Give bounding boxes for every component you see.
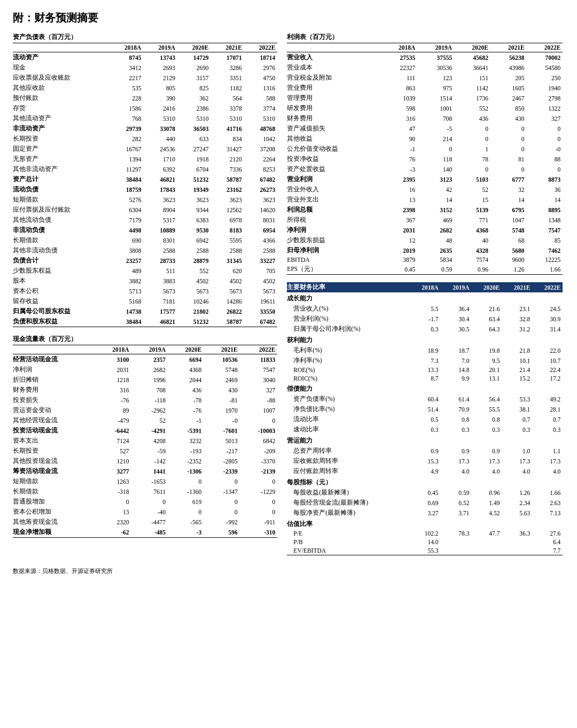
table-row: 其他投资现金流1210-142-2352-2805-3370 bbox=[13, 456, 277, 466]
table-row: 营业税金及附加111123151205250 bbox=[287, 73, 563, 83]
table-row: ROIC(%)8.79.913.115.217.2 bbox=[287, 374, 563, 383]
table-row: 归属于母公司净利润(%)0.330.564.331.231.4 bbox=[287, 324, 563, 334]
table-row: 净负债比率(%)51.470.955.538.128.1 bbox=[287, 404, 563, 414]
table-row: 短期借款52763623362336233623 bbox=[13, 195, 277, 205]
table-row: 营运资金变动89-2962-7619701007 bbox=[13, 405, 277, 415]
table-row: 归属母公司股东权益1473817577218022682233550 bbox=[13, 306, 277, 316]
table-row: 公允价值变动收益-1010-0 bbox=[287, 144, 563, 154]
table-row: 应付账款周转率4.94.04.04.04.0 bbox=[287, 466, 563, 476]
table-row: 应收账款周转率15.317.317.317.317.3 bbox=[287, 456, 563, 466]
table-row: ROE(%)13.314.820.121.422.4 bbox=[287, 366, 563, 374]
table-row: 长期借款6908301694255954366 bbox=[13, 235, 277, 245]
table-row: 筹资活动现金流32771441-1306-2339-2139 bbox=[13, 466, 277, 476]
right-column: 利润表（百万元） 2018A2019A2020E2021E2022E 营业收入2… bbox=[287, 33, 563, 563]
table-row: 每股经营现金流(最新摊薄)0.690.521.492.342.63 bbox=[287, 498, 563, 508]
table-row: 偿债能力 bbox=[287, 383, 563, 394]
table-row: 净利润20312682436857487547 bbox=[13, 365, 277, 375]
table-row: 所得税36746977110471348 bbox=[287, 215, 563, 225]
left-column: 资产负债表（百万元） 2018A2019A2020E2021E2022E 流动资… bbox=[13, 33, 277, 545]
table-row: 利润总额23983152513967958895 bbox=[287, 205, 563, 215]
table-row: 毛利率(%)18.918.719.821.822.0 bbox=[287, 345, 563, 355]
table-row: 流动资产874513743147291707118714 bbox=[13, 52, 277, 63]
table-row: 营业利润23953123510367778873 bbox=[287, 174, 563, 184]
table-row: 短期借款1263-1653000 bbox=[13, 476, 277, 486]
table-row: 资本公积增加13-40000 bbox=[13, 507, 277, 517]
page-title: 附：财务预测摘要 bbox=[13, 11, 564, 25]
table-row: 成长能力 bbox=[287, 292, 563, 304]
table-row: 获利能力 bbox=[287, 334, 563, 345]
table-row: 长期借款-3187611-1360-1347-1229 bbox=[13, 486, 277, 497]
table-row: 其他非流动负债38082588258825882588 bbox=[13, 245, 277, 255]
table-row: 长期投资2824406338341042 bbox=[13, 134, 277, 144]
table-row: 其他非流动资产112976392670473368253 bbox=[13, 164, 277, 174]
table-row: 其他经营现金流-47952-1-00 bbox=[13, 415, 277, 425]
table-row: 营业外支出1314151414 bbox=[287, 195, 563, 205]
table-row: 股本38823883450245024502 bbox=[13, 276, 277, 286]
table-row: 经营活动现金流3100235766941053611833 bbox=[13, 354, 277, 365]
table-row: 固定资产1676724536272473142737208 bbox=[13, 144, 277, 154]
table-row: 少数股东损益1248406885 bbox=[287, 235, 563, 245]
table-row: 净利率(%)7.37.09.510.110.7 bbox=[287, 355, 563, 366]
table-row: P/E102.278.347.736.327.6 bbox=[287, 529, 563, 538]
table-row: 每股收益(最新摊薄)0.450.590.961.261.66 bbox=[287, 487, 563, 498]
table-row: 其他筹资现金流2320-4477-565-992-911 bbox=[13, 517, 277, 527]
table-row: 归母净利润20192635432856807462 bbox=[287, 245, 563, 255]
table-row: 估值比率 bbox=[287, 518, 563, 529]
table-row: 投资活动现金流-6442-4291-5391-7601-10003 bbox=[13, 425, 277, 436]
table-row: EPS（元）0.450.590.961.261.66 bbox=[287, 264, 563, 275]
table-row: 其他流动资产7685310531053105310 bbox=[13, 113, 277, 123]
table-row: 其他流动负债71795317638369788031 bbox=[13, 215, 277, 225]
table-row: 资产减值损失47-5000 bbox=[287, 123, 563, 134]
table-row: 营业收入2753537555456825623870002 bbox=[287, 52, 563, 63]
table-row: 普通股增加0061900 bbox=[13, 497, 277, 507]
table-row: 非流动负债449810889953081836954 bbox=[13, 225, 277, 235]
table-row: 负债和股东权益3848446821512325878767482 bbox=[13, 316, 277, 327]
table-row: 研发费用59810015528501322 bbox=[287, 103, 563, 113]
table-row: 无形资产13941710191821202264 bbox=[13, 154, 277, 164]
income-table: 2018A2019A2020E2021E2022E 营业收入2753537555… bbox=[287, 43, 563, 275]
table-row: 资产总计3848446821512325878767482 bbox=[13, 174, 277, 184]
table-row: 应收票据及应收账款22172129315733514750 bbox=[13, 73, 277, 83]
table-row: 速动比率0.30.30.30.30.3 bbox=[287, 424, 563, 435]
table-row: 资产负债率(%)60.461.456.453.349.2 bbox=[287, 394, 563, 404]
table-row: 现金34122693269032862976 bbox=[13, 63, 277, 73]
table-row: 流动比率0.50.80.80.70.7 bbox=[287, 414, 563, 424]
table-row: 资产处置收益-3140000 bbox=[287, 164, 563, 174]
table-row: 营业费用863975114216051940 bbox=[287, 83, 563, 93]
table-row: 长期投资527-59-193-217-209 bbox=[13, 446, 277, 456]
table-row: 其他收益90214000 bbox=[287, 134, 563, 144]
table-row: EV/EBITDA55.37.7 bbox=[287, 546, 563, 555]
table-row: P/B14.06.4 bbox=[287, 538, 563, 546]
table-row: 财务费用316708436430327 bbox=[13, 385, 277, 395]
table-row: 财务费用316708436430327 bbox=[287, 113, 563, 123]
table-row: 资本支出71244208323250136842 bbox=[13, 436, 277, 446]
table-row: EBITDA387958347574960012225 bbox=[287, 255, 563, 264]
table-row: 投资净收益76118788188 bbox=[287, 154, 563, 164]
cashflow-title: 现金流量表（百万元） bbox=[13, 335, 277, 344]
table-row: 预付账款228390362564588 bbox=[13, 93, 277, 103]
table-row: 少数股东权益489511552620705 bbox=[13, 266, 277, 276]
table-row: 现金净增加额-62-485-3596-310 bbox=[13, 527, 277, 538]
table-row: 留存收益51687181102461428619611 bbox=[13, 296, 277, 306]
table-row: 每股净资产(最新摊薄)3.273.714.525.637.13 bbox=[287, 508, 563, 518]
table-row: 管理费用10391514173624672798 bbox=[287, 93, 563, 103]
table-row: 营业外收入1642523236 bbox=[287, 184, 563, 195]
table-row: 存货15862416238633783774 bbox=[13, 103, 277, 113]
table-row: 营业成本2232730536366414398654580 bbox=[287, 63, 563, 73]
balance-sheet-table: 2018A2019A2020E2021E2022E 流动资产8745137431… bbox=[13, 43, 277, 327]
table-row: 流动负债1875917843193492316226273 bbox=[13, 184, 277, 195]
table-row: 营业利润(%)-1.730.463.432.830.9 bbox=[287, 314, 563, 324]
table-row: 其他应收款53580582511821316 bbox=[13, 83, 277, 93]
table-row: 营业收入(%)5.536.421.623.124.5 bbox=[287, 304, 563, 314]
table-row: 投资损失-76-118-78-81-88 bbox=[13, 395, 277, 405]
table-row: 营运能力 bbox=[287, 435, 563, 446]
table-row: 非流动资产2973933078365034171648768 bbox=[13, 123, 277, 134]
ratios-table: 主要财务比率2018A2019A2020E2021E2022E 成长能力营业收入… bbox=[287, 282, 563, 555]
table-row: 折旧摊销12181996204424693040 bbox=[13, 375, 277, 385]
income-title: 利润表（百万元） bbox=[287, 33, 563, 42]
table-row: 净利润20312682436857487547 bbox=[287, 225, 563, 235]
cashflow-table: 2018A2019A2020E2021E2022E 经营活动现金流3100235… bbox=[13, 345, 277, 538]
table-row: 资本公积57135673567356735673 bbox=[13, 286, 277, 296]
balance-sheet-title: 资产负债表（百万元） bbox=[13, 33, 277, 42]
footer-note: 数据来源：贝格数据、开源证券研究所 bbox=[13, 567, 564, 575]
